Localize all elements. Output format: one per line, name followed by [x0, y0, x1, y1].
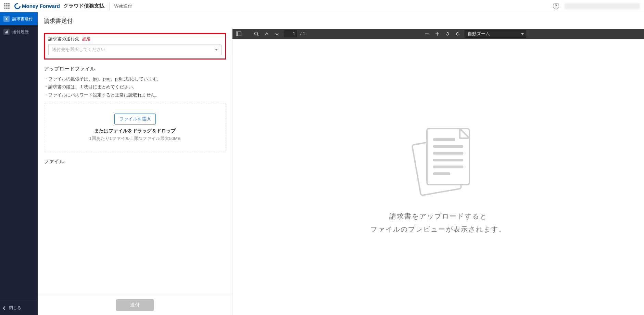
sidebar-item-label: 請求書送付 — [12, 16, 33, 22]
chevron-down-icon — [521, 33, 524, 35]
svg-rect-14 — [433, 152, 463, 155]
logo-text: Money Forward — [22, 3, 60, 9]
svg-rect-17 — [433, 172, 450, 175]
logo: Money Forward クラウド債務支払 — [14, 3, 104, 9]
sidebar: ¥ 請求書送付 送付履歴 閉じる — [0, 12, 38, 315]
empty-line-2: ファイルのプレビューが表示されます。 — [370, 223, 506, 236]
required-tag: 必須 — [82, 37, 90, 41]
upload-section-title: アップロードファイル — [44, 66, 226, 72]
file-dropzone[interactable]: ファイルを選択 またはファイルをドラッグ＆ドロップ 1回あたり1ファイル上限/1… — [44, 103, 226, 152]
viewer-empty-state: 請求書をアップロードすると ファイルのプレビューが表示されます。 — [232, 39, 644, 315]
sidebar-collapse-button[interactable]: 閉じる — [0, 301, 38, 315]
rotate-ccw-icon[interactable] — [454, 30, 461, 37]
upload-note: ファイルにパスワード設定すると正常に読取れません。 — [44, 91, 226, 99]
zoom-select-label: 自動ズーム — [468, 31, 490, 37]
svg-rect-13 — [433, 145, 463, 148]
dropzone-limit-text: 1回あたり1ファイル上限/1ファイル最大50MB — [51, 135, 219, 142]
upload-note: 請求書の鑑は、１枚目にまとめてください。 — [44, 83, 226, 91]
sidebar-item-send-history[interactable]: 送付履歴 — [0, 25, 38, 38]
upload-note: ファイルの拡張子は、jpg、png、pdfに対応しています。 — [44, 75, 226, 83]
zoom-out-icon[interactable] — [424, 30, 430, 37]
sidebar-close-label: 閉じる — [9, 305, 21, 311]
viewer-toolbar: / 1 自動ズーム — [232, 29, 644, 39]
account-area[interactable] — [565, 3, 640, 9]
page-number-input[interactable] — [284, 30, 297, 37]
svg-line-6 — [257, 35, 259, 36]
toggle-sidebar-icon[interactable] — [235, 30, 242, 37]
dropzone-drag-text: またはファイルをドラッグ＆ドロップ — [51, 128, 219, 134]
destination-label: 請求書の送付先 必須 — [48, 36, 222, 42]
pdf-viewer: / 1 自動ズーム — [232, 29, 644, 315]
upload-notes: ファイルの拡張子は、jpg、png、pdfに対応しています。 請求書の鑑は、１枚… — [44, 75, 226, 99]
svg-rect-12 — [433, 138, 455, 141]
destination-select[interactable]: 送付先を選択してください — [48, 44, 222, 55]
page-title: 請求書送付 — [38, 12, 644, 29]
choose-file-button[interactable]: ファイルを選択 — [114, 114, 156, 124]
empty-line-1: 請求書をアップロードすると — [370, 210, 506, 223]
prev-page-icon[interactable] — [263, 30, 270, 37]
chevron-down-icon — [215, 49, 218, 51]
svg-rect-15 — [433, 159, 463, 161]
file-section-title: ファイル — [44, 158, 226, 165]
apps-grid-icon[interactable] — [4, 3, 10, 9]
destination-placeholder: 送付先を選択してください — [52, 47, 105, 53]
svg-rect-1 — [6, 31, 7, 34]
help-icon[interactable]: ? — [553, 3, 559, 9]
document-placeholder-icon — [402, 118, 474, 198]
zoom-select[interactable]: 自動ズーム — [465, 30, 526, 38]
zoom-in-icon[interactable] — [434, 30, 441, 37]
history-icon — [3, 29, 10, 35]
sidebar-item-invoice-send[interactable]: ¥ 請求書送付 — [0, 12, 38, 25]
submit-button[interactable]: 送付 — [116, 299, 154, 311]
product-name: クラウド債務支払 — [63, 3, 104, 9]
sidebar-item-label: 送付履歴 — [12, 29, 29, 35]
svg-rect-3 — [236, 32, 241, 36]
chevron-left-icon — [3, 306, 7, 310]
svg-rect-2 — [7, 30, 8, 33]
logo-mark-icon — [14, 3, 21, 9]
sub-product-label: Web送付 — [109, 2, 132, 10]
next-page-icon[interactable] — [274, 30, 280, 37]
svg-rect-16 — [433, 166, 463, 168]
rotate-cw-icon[interactable] — [444, 30, 451, 37]
page-total: / 1 — [300, 31, 305, 36]
form-panel: 請求書の送付先 必須 送付先を選択してください アップロードファイル ファイルの… — [38, 29, 232, 315]
destination-highlight: 請求書の送付先 必須 送付先を選択してください — [44, 33, 226, 60]
svg-rect-0 — [5, 32, 6, 34]
yen-icon: ¥ — [3, 16, 10, 22]
search-icon[interactable] — [253, 30, 260, 37]
svg-point-5 — [255, 32, 258, 35]
top-header: Money Forward クラウド債務支払 Web送付 ? — [0, 0, 644, 12]
